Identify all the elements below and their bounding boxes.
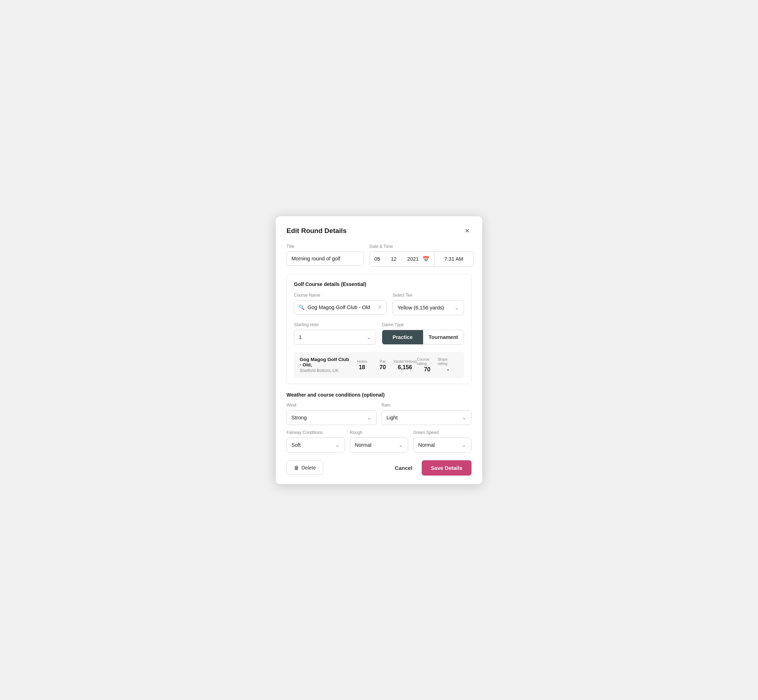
stat-course-rating: Course rating 70 [417, 357, 437, 373]
green-speed-dropdown[interactable]: Normal ⌄ [413, 438, 471, 452]
delete-label: Delete [301, 465, 316, 470]
wind-label: Wind [287, 403, 376, 408]
chevron-down-icon-5: ⌄ [335, 442, 340, 448]
slope-rating-label: Slope rating [438, 357, 458, 366]
footer-right-actions: Cancel Save Details [392, 460, 471, 475]
fairway-dropdown[interactable]: Soft ⌄ [287, 438, 345, 452]
golf-section-title: Golf Course details (Essential) [294, 281, 464, 287]
course-tee-row: Course Name 🔍 ✕ Select Tee Yellow (6,156… [294, 293, 464, 315]
course-name-input[interactable] [307, 305, 375, 310]
starting-hole-group: Starting Hole 1 ⌄ [294, 322, 376, 345]
rain-dropdown[interactable]: Light ⌄ [382, 410, 471, 425]
select-tee-value: Yellow (6,156 yards) [398, 305, 444, 311]
select-tee-group: Select Tee Yellow (6,156 yards) ⌄ [393, 293, 464, 315]
green-speed-value: Normal [418, 442, 435, 448]
starting-hole-value: 1 [299, 334, 302, 340]
chevron-down-icon-7: ⌄ [462, 442, 467, 448]
delete-button[interactable]: 🗑 Delete [287, 461, 323, 475]
course-info-location: Shelford Bottom, UK [300, 368, 352, 373]
modal-footer: 🗑 Delete Cancel Save Details [287, 460, 471, 475]
course-name-input-wrap[interactable]: 🔍 ✕ [294, 300, 387, 314]
rough-group: Rough Normal ⌄ [350, 430, 408, 452]
starting-hole-label: Starting Hole [294, 322, 376, 327]
rough-value: Normal [355, 442, 371, 448]
game-type-toggle: Practice Tournament [382, 330, 464, 345]
select-tee-dropdown[interactable]: Yellow (6,156 yards) ⌄ [393, 300, 464, 315]
cancel-button[interactable]: Cancel [392, 461, 415, 475]
date-field[interactable]: 05 / 12 / 2021 📅 [370, 252, 434, 267]
edit-round-modal: Edit Round Details × Title Date & Time 0… [276, 216, 482, 484]
tournament-button[interactable]: Tournament [423, 330, 464, 344]
time-value: 7:31 AM [445, 256, 464, 262]
rain-value: Light [387, 415, 398, 420]
stat-slope-rating: Slope rating - [438, 357, 458, 373]
golf-course-section: Golf Course details (Essential) Course N… [287, 274, 471, 384]
yards-value: 6,156 [398, 364, 412, 370]
course-info-box: Gog Magog Golf Club - Old, Shelford Bott… [294, 352, 464, 378]
time-field[interactable]: 7:31 AM [434, 252, 474, 267]
par-value: 70 [380, 364, 386, 370]
holes-value: 18 [359, 364, 365, 370]
stat-par: Par 70 [372, 359, 393, 370]
fairway-label: Fairway Conditions [287, 430, 345, 435]
title-label: Title [287, 244, 364, 249]
title-input[interactable] [287, 252, 364, 266]
date-time-fields: 05 / 12 / 2021 📅 7:31 AM [370, 252, 474, 267]
rain-group: Rain Light ⌄ [382, 403, 471, 425]
rough-dropdown[interactable]: Normal ⌄ [350, 438, 408, 452]
title-group: Title [287, 244, 364, 267]
wind-dropdown[interactable]: Strong ⌄ [287, 410, 376, 425]
slope-rating-value: - [447, 366, 449, 373]
date-time-group: Date & Time 05 / 12 / 2021 📅 7:31 AM [370, 244, 474, 267]
fairway-rough-green-row: Fairway Conditions Soft ⌄ Rough Normal ⌄… [287, 430, 471, 452]
fairway-value: Soft [291, 442, 301, 448]
holes-label: Holes [357, 359, 367, 364]
course-name-group: Course Name 🔍 ✕ [294, 293, 387, 315]
rough-label: Rough [350, 430, 408, 435]
practice-button[interactable]: Practice [382, 330, 423, 344]
trash-icon: 🗑 [294, 465, 299, 470]
course-name-label: Course Name [294, 293, 387, 298]
date-separator-2: / [401, 256, 402, 262]
rain-label: Rain [382, 403, 471, 408]
date-year: 2021 [407, 256, 418, 262]
stat-yards: Yards(Yellow) 6,156 [393, 359, 417, 370]
date-time-label: Date & Time [370, 244, 474, 249]
hole-gametype-row: Starting Hole 1 ⌄ Game Type Practice Tou… [294, 322, 464, 345]
course-rating-label: Course rating [417, 357, 437, 366]
stat-holes: Holes 18 [352, 359, 372, 370]
wind-rain-row: Wind Strong ⌄ Rain Light ⌄ [287, 403, 471, 425]
game-type-label: Game Type [382, 322, 464, 327]
green-speed-group: Green Speed Normal ⌄ [413, 430, 471, 452]
wind-value: Strong [291, 415, 307, 420]
game-type-group: Game Type Practice Tournament [382, 322, 464, 345]
par-label: Par [380, 359, 386, 364]
chevron-down-icon-3: ⌄ [367, 414, 371, 421]
date-month: 05 [374, 256, 380, 262]
title-date-row: Title Date & Time 05 / 12 / 2021 📅 7:31 … [287, 244, 471, 267]
weather-section-title: Weather and course conditions (optional) [287, 392, 471, 398]
save-button[interactable]: Save Details [422, 460, 471, 475]
starting-hole-dropdown[interactable]: 1 ⌄ [294, 330, 376, 345]
fairway-group: Fairway Conditions Soft ⌄ [287, 430, 345, 452]
modal-title: Edit Round Details [287, 227, 347, 235]
chevron-down-icon-4: ⌄ [462, 414, 467, 421]
course-info-name: Gog Magog Golf Club - Old, [300, 357, 352, 367]
close-button[interactable]: × [463, 226, 471, 236]
course-info-name-loc: Gog Magog Golf Club - Old, Shelford Bott… [300, 357, 352, 373]
search-icon: 🔍 [299, 305, 305, 310]
date-day: 12 [391, 256, 396, 262]
wind-group: Wind Strong ⌄ [287, 403, 376, 425]
chevron-down-icon-2: ⌄ [366, 334, 371, 341]
weather-section: Weather and course conditions (optional)… [287, 392, 471, 452]
course-rating-value: 70 [424, 366, 431, 373]
modal-header: Edit Round Details × [287, 226, 471, 236]
yards-label: Yards(Yellow) [393, 359, 417, 364]
clear-icon[interactable]: ✕ [377, 304, 382, 311]
chevron-down-icon-6: ⌄ [399, 442, 403, 448]
select-tee-label: Select Tee [393, 293, 464, 298]
date-separator-1: / [385, 256, 386, 262]
green-speed-label: Green Speed [413, 430, 471, 435]
calendar-icon: 📅 [423, 256, 429, 262]
chevron-down-icon: ⌄ [454, 305, 459, 311]
